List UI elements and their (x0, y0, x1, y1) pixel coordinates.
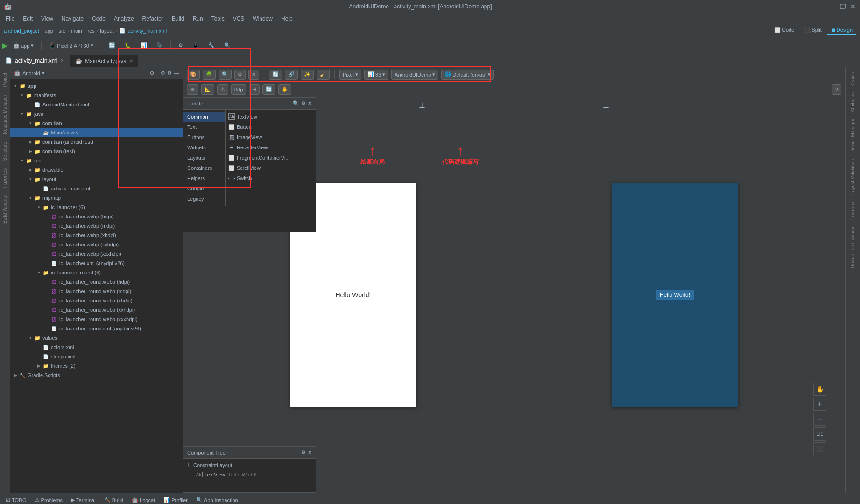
menu-navigate[interactable]: Navigate (58, 14, 87, 23)
tree-item-test[interactable]: ▶ 📁 com.tian (test) (10, 147, 183, 156)
palette-cat-buttons[interactable]: Buttons (183, 132, 225, 142)
palette-widget-recyclerview[interactable]: ☰ RecyclerView (226, 142, 316, 153)
profile-button[interactable]: 📊 (137, 40, 151, 51)
design-constraint-button[interactable]: 🔗 (285, 70, 298, 80)
palette-cat-common[interactable]: Common (183, 112, 225, 122)
design-close-button[interactable]: ✕ (248, 70, 259, 80)
left-vtab-structure[interactable]: Structure (1, 138, 8, 165)
tree-item-mipmap[interactable]: ▾ 📁 mipmap (10, 193, 183, 203)
menu-view[interactable]: View (37, 14, 57, 23)
comp-tree-constraint-layout[interactable]: ↳ ConstraintLayout (187, 461, 312, 470)
tree-item-res[interactable]: ▾ 📁 res (10, 156, 183, 165)
palette-cat-layouts[interactable]: Layouts (183, 153, 225, 163)
tree-item-manifests[interactable]: ▾ 📁 manifests (10, 91, 183, 100)
tree-item-ic-launcher[interactable]: ▾ 📁 ic_launcher (6) (10, 203, 183, 212)
design-settings-button[interactable]: ⚙ (234, 70, 246, 80)
palette-cat-google[interactable]: Google (183, 183, 225, 194)
menu-analyze[interactable]: Analyze (110, 14, 138, 23)
palette-widget-fragment[interactable]: ⬜ FragmentContainerVi... (226, 153, 316, 163)
split-view-button[interactable]: ⬛ Split (800, 26, 825, 35)
tree-item-ic-launcher-anydpi[interactable]: 📄 ic_launcher.xml (anydpi-v26) (10, 259, 183, 268)
tree-item-ic-launcher-xxxhdpi[interactable]: 🖼 ic_launcher.webp (xxxhdpi) (10, 249, 183, 259)
pan-button[interactable]: ✋ (278, 84, 291, 95)
tree-item-round-xxxhdpi[interactable]: 🖼 ic_launcher_round.webp (xxxhdpi) (10, 315, 183, 324)
menu-tools[interactable]: Tools (208, 14, 228, 23)
menu-vcs[interactable]: VCS (229, 14, 248, 23)
tree-item-round-mdpi[interactable]: 🖼 ic_launcher_round.webp (mdpi) (10, 287, 183, 296)
problems-button[interactable]: ⚠ Problems (31, 495, 66, 504)
device-selector[interactable]: Pixel ▾ (339, 70, 361, 80)
design-view-button[interactable]: ◼ Design (827, 26, 856, 35)
tree-item-round-xhdpi[interactable]: 🖼 ic_launcher_round.webp (xhdpi) (10, 296, 183, 305)
menu-build[interactable]: Build (168, 14, 188, 23)
tree-item-round-xxhdpi[interactable]: 🖼 ic_launcher_round.webp (xxhdpi) (10, 305, 183, 315)
tree-item-ic-launcher-round[interactable]: ▾ 📁 ic_launcher_round (6) (10, 268, 183, 277)
tree-item-layout[interactable]: ▾ 📁 layout (10, 175, 183, 184)
build-button[interactable]: 🔨 Build (100, 495, 127, 504)
breadcrumb-app[interactable]: app (45, 28, 53, 34)
run-button[interactable]: ▶ (2, 41, 7, 50)
breadcrumb-main[interactable]: main (71, 28, 82, 34)
tab-close-mainactivity[interactable]: ✕ (129, 58, 133, 63)
comp-tree-settings-icon[interactable]: ⚙ (301, 449, 306, 455)
design-orient-button[interactable]: 🔄 (269, 70, 282, 80)
minimize-button[interactable]: — (829, 3, 836, 10)
tree-item-androidtest[interactable]: ▶ 📁 com.tian (androidTest) (10, 137, 183, 147)
zoom-ratio-button[interactable]: 1:1 (813, 427, 826, 441)
palette-widget-imageview[interactable]: 🖼 ImageView (226, 132, 316, 142)
tree-item-activity-main-xml[interactable]: 📄 activity_main.xml (10, 184, 183, 193)
warning-button[interactable]: ⚠ (217, 84, 228, 95)
blueprint-button[interactable]: 📐 (201, 84, 214, 95)
snap-button[interactable]: ⊞ (249, 84, 260, 95)
sdk-manager-button[interactable]: ⚙ (175, 40, 187, 51)
panel-gear-icon[interactable]: ⚙ (167, 70, 172, 76)
tree-item-strings-xml[interactable]: 📄 strings.xml (10, 352, 183, 361)
tree-item-round-hdpi[interactable]: 🖼 ic_launcher_round.webp (hdpi) (10, 277, 183, 287)
breadcrumb-src[interactable]: src (59, 28, 66, 34)
right-tab-layout-validation[interactable]: Layout Validation (849, 156, 857, 197)
tab-mainactivity-java[interactable]: ☕ MainActivity.java ✕ (70, 55, 138, 67)
panel-settings-icon[interactable]: ⚙ (161, 70, 165, 76)
menu-run[interactable]: Run (189, 14, 207, 23)
design-canvas[interactable]: ⊥ ⊥ Hello World! Hello World! Palette (183, 97, 845, 493)
attach-button[interactable]: 📎 (153, 40, 167, 51)
menu-file[interactable]: File (2, 14, 18, 23)
right-tab-emulator[interactable]: Emulator (849, 198, 857, 223)
eye-button[interactable]: 👁 (187, 84, 198, 95)
tree-item-androidmanifest[interactable]: 📄 AndroidManifest.xml (10, 100, 183, 109)
palette-widget-scrollview[interactable]: ⬜ ScrollView (226, 163, 316, 173)
breadcrumb-activity-main[interactable]: activity_main.xml (127, 28, 167, 34)
palette-search-icon[interactable]: 🔍 (293, 100, 299, 106)
breadcrumb-android-project[interactable]: android_project (4, 28, 39, 34)
palette-close-icon[interactable]: ✕ (308, 100, 312, 106)
left-vtab-favorites[interactable]: Favorites (1, 165, 8, 191)
zoom-cursor-button[interactable]: ✋ (813, 383, 826, 396)
tree-item-mainactivity[interactable]: ☕ MainActivity (10, 128, 183, 137)
panel-minimize-icon[interactable]: — (174, 70, 179, 76)
tree-item-values[interactable]: ▾ 📁 values (10, 333, 183, 343)
palette-widget-button[interactable]: ⬜ Button (226, 122, 316, 132)
palette-cat-helpers[interactable]: Helpers (183, 173, 225, 183)
zoom-in-button[interactable]: + (813, 398, 826, 411)
palette-button[interactable]: 🎨 (187, 70, 200, 80)
todo-button[interactable]: ☑ TODO (2, 495, 30, 504)
tree-item-round-anydpi[interactable]: 📄 ic_launcher_round.xml (anydpi-v26) (10, 324, 183, 333)
breadcrumb-layout[interactable]: layout (100, 28, 113, 34)
profiler-button[interactable]: 📊 Profiler (160, 495, 191, 504)
menu-refactor[interactable]: Refactor (139, 14, 167, 23)
menu-help[interactable]: Help (277, 14, 296, 23)
component-tree-button[interactable]: 🌳 (203, 70, 216, 80)
right-tab-gradle[interactable]: Gradle (849, 69, 857, 89)
maximize-button[interactable]: ❐ (839, 3, 846, 10)
palette-cat-legacy[interactable]: Legacy (183, 194, 225, 204)
logcat-button[interactable]: 🤖 Logcat (128, 495, 159, 504)
app-config-dropdown[interactable]: 🤖 app ▾ (9, 40, 37, 51)
debug-button[interactable]: 🐛 (121, 40, 135, 51)
tree-item-ic-launcher-xxhdpi[interactable]: 🖼 ic_launcher.webp (xxhdpi) (10, 240, 183, 249)
tree-item-drawable[interactable]: ▶ 📁 drawable (10, 165, 183, 175)
zoom-fit-button[interactable]: ⬛ (813, 442, 826, 455)
avd-manager-button[interactable]: 📱 (189, 40, 203, 51)
tree-item-gradle-scripts[interactable]: ▶ 🔨 Gradle Scripts (10, 371, 183, 380)
refresh-button[interactable]: 🔄 (262, 84, 275, 95)
tree-item-themes[interactable]: ▶ 📁 themes (2) (10, 361, 183, 371)
